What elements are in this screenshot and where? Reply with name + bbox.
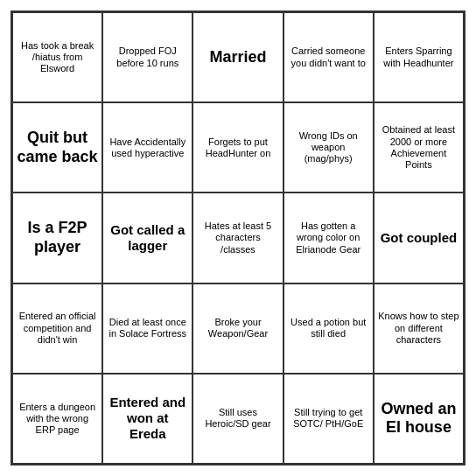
bingo-cell-13: Has gotten a wrong color on Elrianode Ge… [284,192,374,283]
bingo-cell-18: Used a potion but still died [284,284,374,374]
bingo-cell-14: Got coupled [374,192,464,283]
bingo-cell-21: Entered and won at Ereda [102,374,192,464]
bingo-cell-23: Still trying to get SOTC/ PtH/GoE [284,374,374,464]
bingo-cell-19: Knows how to step on different character… [374,284,464,374]
bingo-cell-0: Has took a break /hiatus from Elsword [12,12,102,102]
bingo-cell-10: Is a F2P player [12,192,102,283]
bingo-cell-12: Hates at least 5 characters /classes [192,192,283,283]
bingo-cell-22: Still uses Heroic/SD gear [192,374,283,464]
bingo-cell-4: Enters Sparring with Headhunter [374,12,464,102]
bingo-cell-3: Carried someone you didn't want to [284,12,374,102]
bingo-cell-20: Enters a dungeon with the wrong ERP page [12,374,102,464]
bingo-cell-2: Married [192,12,283,102]
bingo-board: Has took a break /hiatus from ElswordDro… [10,10,466,466]
bingo-cell-5: Quit but came back [12,102,102,192]
bingo-cell-9: Obtained at least 2000 or more Achieveme… [374,102,464,192]
bingo-cell-24: Owned an El house [374,374,464,464]
bingo-cell-15: Entered an official competition and didn… [12,284,102,374]
bingo-cell-17: Broke your Weapon/Gear [192,284,283,374]
bingo-cell-1: Dropped FOJ before 10 runs [102,12,192,102]
bingo-cell-16: Died at least once in Solace Fortress [102,284,192,374]
bingo-cell-11: Got called a lagger [102,192,192,283]
bingo-cell-8: Wrong IDs on weapon (mag/phys) [284,102,374,192]
bingo-cell-7: Forgets to put HeadHunter on [192,102,283,192]
bingo-cell-6: Have Accidentally used hyperactive [102,102,192,192]
